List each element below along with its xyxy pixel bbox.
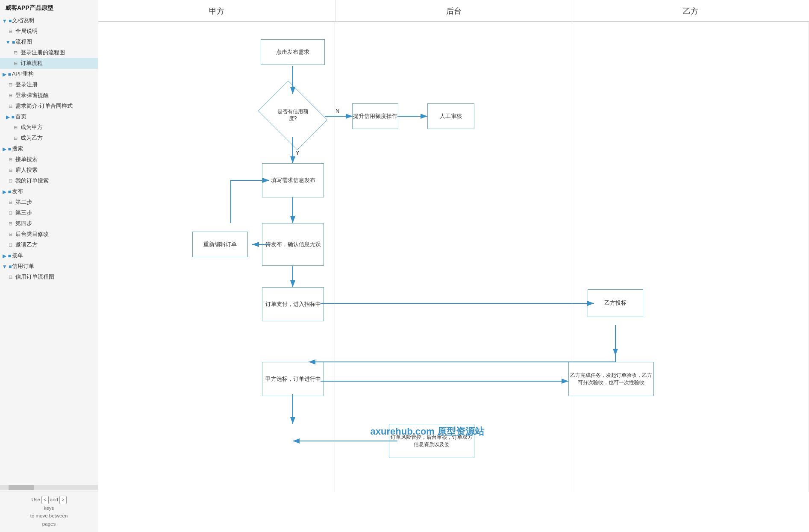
sidebar-item-label-login-register: 登录注册	[15, 81, 38, 88]
sidebar-item-label-become-jia: 成为甲方	[21, 124, 43, 131]
sidebar-item-label-invite-yi: 邀请乙方	[15, 241, 38, 249]
sidebar-item-label-become-yi: 成为乙方	[21, 135, 43, 142]
sidebar-item-app-rebuild[interactable]: ▶ ■APP重构	[0, 69, 98, 79]
sidebar-item-global-doc[interactable]: ⊟全局说明	[0, 26, 98, 37]
sidebar-item-label-publish-section: 发布	[12, 188, 23, 195]
sidebar-item-label-order-search: 接单搜索	[15, 156, 38, 163]
swimlane-body: N Y	[98, 22, 809, 492]
doc-icon: ⊟	[7, 92, 14, 99]
doc-icon: ⊟	[7, 28, 14, 35]
sidebar-item-label-step4: 第四步	[15, 220, 32, 227]
h-scrollbar[interactable]	[0, 485, 98, 490]
sidebar: 威客APP产品原型 ▼ ■文档说明⊟全局说明▼ ■流程图⊟登录注册的流程图⊟订单…	[0, 0, 98, 532]
sidebar-item-label-search-section: 搜索	[12, 145, 23, 153]
sidebar-content: 威客APP产品原型 ▼ ■文档说明⊟全局说明▼ ■流程图⊟登录注册的流程图⊟订单…	[0, 0, 98, 485]
doc-icon: ⊟	[7, 167, 14, 174]
node-risk-review: 订单风险管控，后台审核，订单双方信息资质以及委	[389, 424, 474, 458]
sidebar-item-label-backend-modify: 后台类目修改	[15, 231, 49, 238]
sidebar-item-label-global-doc: 全局说明	[15, 28, 38, 35]
sidebar-item-order-search[interactable]: ⊟接单搜索	[0, 154, 98, 165]
node-fill-need: 填写需求信息发布	[262, 163, 324, 197]
node-jia-select: 甲方选标，订单进行中	[262, 362, 324, 396]
node-re-edit: 重新编辑订单	[192, 232, 248, 257]
sidebar-item-my-order-search[interactable]: ⊟我的订单搜索	[0, 176, 98, 186]
sidebar-item-order-flow[interactable]: ⊟订单流程	[0, 58, 98, 69]
sidebar-item-invite-yi[interactable]: ⊟邀请乙方	[0, 240, 98, 250]
sidebar-item-become-jia[interactable]: ⊟成为甲方	[0, 122, 98, 133]
sidebar-item-step3[interactable]: ⊟第三步	[0, 208, 98, 218]
node-pay-order: 订单支付，进入招标中	[262, 287, 324, 321]
main-content[interactable]: 甲方 后台 乙方	[98, 0, 809, 532]
sidebar-item-label-login-flow: 登录注册的流程图	[21, 49, 65, 56]
node-yi-complete: 乙方完成任务，发起订单验收，乙方可分次验收，也可一次性验收	[568, 362, 654, 396]
doc-icon: ⊟	[12, 124, 19, 131]
right-key-icon[interactable]: >	[59, 496, 66, 504]
swimlane-header: 甲方 后台 乙方	[98, 0, 809, 22]
sidebar-item-label-hire-search: 雇人搜索	[15, 167, 38, 174]
folder-arrow-icon: ▶ ■	[7, 114, 14, 121]
and-label: and	[50, 497, 58, 502]
folder-arrow-icon: ▼ ■	[7, 39, 14, 46]
sidebar-item-label-order-flow: 订单流程	[21, 60, 43, 67]
sidebar-item-login-flow[interactable]: ⊟登录注册的流程图	[0, 47, 98, 58]
use-label: Use	[31, 497, 40, 502]
pages-label: pages	[42, 521, 56, 526]
sidebar-item-need-intro[interactable]: ⊟需求简介-订单合同样式	[0, 101, 98, 112]
doc-icon: ⊟	[12, 50, 19, 56]
sidebar-item-label-credit-order: 信用订单	[12, 263, 34, 270]
col-yi	[572, 22, 809, 492]
sidebar-item-label-doc-section: 文档说明	[12, 17, 34, 24]
sidebar-item-step4[interactable]: ⊟第四步	[0, 218, 98, 229]
doc-icon: ⊟	[7, 199, 14, 206]
sidebar-item-label-step2: 第二步	[15, 199, 32, 206]
sidebar-item-label-credit-flow: 信用订单流程图	[15, 273, 54, 281]
left-key-icon[interactable]: <	[41, 496, 48, 504]
folder-arrow-icon: ▶ ■	[3, 188, 10, 195]
sidebar-item-label-flowchart-section: 流程图	[15, 38, 32, 46]
sidebar-item-doc-section[interactable]: ▼ ■文档说明	[0, 15, 98, 26]
node-click-publish: 点击发布需求	[261, 39, 325, 65]
folder-arrow-icon: ▶ ■	[3, 71, 10, 78]
doc-icon: ⊟	[7, 220, 14, 227]
node-manual-review: 人工审核	[427, 103, 474, 129]
folder-arrow-icon: ▼ ■	[3, 263, 10, 270]
doc-icon: ⊟	[7, 82, 14, 88]
sidebar-item-search-section[interactable]: ▶ ■搜索	[0, 144, 98, 154]
sidebar-item-flowchart-section[interactable]: ▼ ■流程图	[0, 37, 98, 47]
sidebar-item-label-need-intro: 需求简介-订单合同样式	[15, 103, 73, 110]
doc-icon: ⊟	[7, 274, 14, 281]
sidebar-item-step2[interactable]: ⊟第二步	[0, 197, 98, 208]
sidebar-item-label-app-rebuild: APP重构	[12, 71, 34, 78]
folder-arrow-icon: ▼ ■	[3, 18, 10, 24]
sidebar-item-login-popup[interactable]: ⊟登录弹窗提醒	[0, 90, 98, 101]
folder-arrow-icon: ▶ ■	[3, 253, 10, 259]
sidebar-item-publish-section[interactable]: ▶ ■发布	[0, 186, 98, 197]
sidebar-footer: Use < and > keys to move between pages	[0, 491, 98, 532]
diamond-label: 是否有信用额度?	[274, 109, 312, 122]
doc-icon: ⊟	[7, 156, 14, 163]
sidebar-item-homepage-section[interactable]: ▶ ■首页	[0, 112, 98, 122]
col-backend	[335, 22, 572, 492]
sidebar-item-backend-modify[interactable]: ⊟后台类目修改	[0, 229, 98, 240]
node-credit-check: 是否有信用额度?	[265, 94, 321, 137]
sidebar-item-credit-order[interactable]: ▼ ■信用订单	[0, 261, 98, 272]
node-upgrade-credit: 提升信用额度操作	[352, 103, 398, 129]
sidebar-item-receive-section[interactable]: ▶ ■接单	[0, 250, 98, 261]
node-yi-bid: 乙方投标	[588, 289, 643, 317]
doc-icon: ⊟	[12, 60, 19, 67]
doc-icon: ⊟	[7, 178, 14, 185]
col-header-backend: 后台	[335, 0, 573, 21]
sidebar-item-label-receive-section: 接单	[12, 252, 23, 259]
sidebar-item-become-yi[interactable]: ⊟成为乙方	[0, 133, 98, 144]
col-header-jia: 甲方	[98, 0, 335, 21]
sidebar-item-hire-search[interactable]: ⊟雇人搜索	[0, 165, 98, 176]
sidebar-item-label-my-order-search: 我的订单搜索	[15, 177, 49, 185]
move-label: to move between	[30, 513, 68, 518]
sidebar-item-credit-flow[interactable]: ⊟信用订单流程图	[0, 272, 98, 282]
keys-label: keys	[44, 506, 54, 511]
doc-icon: ⊟	[7, 242, 14, 249]
sidebar-title: 威客APP产品原型	[0, 0, 98, 15]
h-scrollbar-thumb[interactable]	[9, 485, 34, 490]
tree-container: ▼ ■文档说明⊟全局说明▼ ■流程图⊟登录注册的流程图⊟订单流程▶ ■APP重构…	[0, 15, 98, 282]
sidebar-item-login-register[interactable]: ⊟登录注册	[0, 79, 98, 90]
